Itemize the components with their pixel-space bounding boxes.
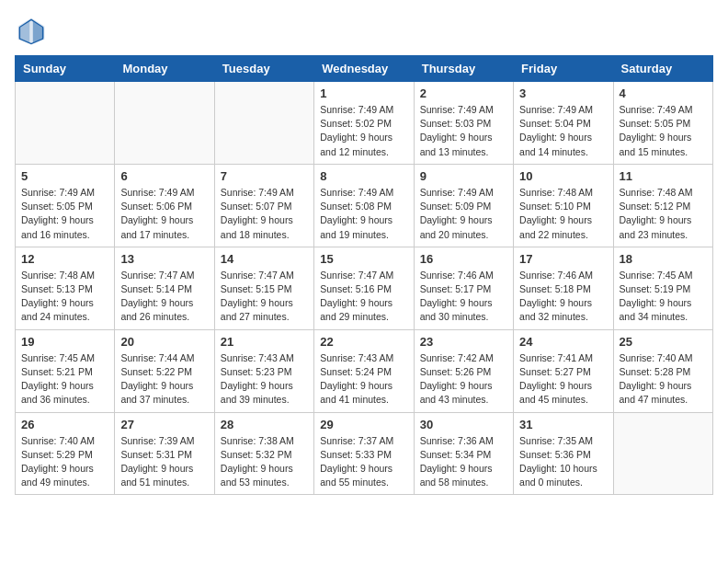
- weekday-header-wednesday: Wednesday: [314, 56, 414, 82]
- header: [15, 15, 713, 48]
- week-row-1: 1Sunrise: 7:49 AM Sunset: 5:02 PM Daylig…: [16, 82, 713, 165]
- calendar-cell-4-3: 21Sunrise: 7:43 AM Sunset: 5:23 PM Dayli…: [214, 329, 313, 412]
- day-info: Sunrise: 7:48 AM Sunset: 5:13 PM Dayligh…: [21, 269, 108, 325]
- day-number: 11: [620, 169, 707, 183]
- day-info: Sunrise: 7:49 AM Sunset: 5:05 PM Dayligh…: [620, 103, 707, 159]
- day-number: 27: [120, 418, 208, 431]
- day-number: 4: [620, 86, 707, 100]
- day-number: 30: [420, 418, 507, 431]
- day-info: Sunrise: 7:49 AM Sunset: 5:04 PM Dayligh…: [519, 103, 607, 159]
- day-number: 23: [420, 335, 507, 349]
- logo: [15, 15, 53, 48]
- calendar-cell-2-7: 11Sunrise: 7:48 AM Sunset: 5:12 PM Dayli…: [613, 164, 712, 247]
- calendar-cell-2-3: 7Sunrise: 7:49 AM Sunset: 5:07 PM Daylig…: [214, 164, 313, 247]
- day-info: Sunrise: 7:49 AM Sunset: 5:03 PM Dayligh…: [420, 103, 507, 159]
- calendar-cell-5-5: 30Sunrise: 7:36 AM Sunset: 5:34 PM Dayli…: [414, 412, 513, 495]
- calendar-cell-3-3: 14Sunrise: 7:47 AM Sunset: 5:15 PM Dayli…: [214, 247, 313, 329]
- calendar-cell-5-7: [613, 412, 712, 495]
- day-info: Sunrise: 7:47 AM Sunset: 5:14 PM Dayligh…: [120, 269, 208, 325]
- calendar-cell-5-4: 29Sunrise: 7:37 AM Sunset: 5:33 PM Dayli…: [314, 412, 414, 495]
- day-info: Sunrise: 7:49 AM Sunset: 5:07 PM Dayligh…: [221, 186, 308, 242]
- calendar-cell-1-6: 3Sunrise: 7:49 AM Sunset: 5:04 PM Daylig…: [514, 82, 613, 165]
- day-number: 25: [620, 335, 707, 349]
- day-info: Sunrise: 7:49 AM Sunset: 5:05 PM Dayligh…: [21, 186, 108, 242]
- day-number: 2: [420, 86, 507, 100]
- week-row-5: 26Sunrise: 7:40 AM Sunset: 5:29 PM Dayli…: [16, 412, 713, 495]
- day-info: Sunrise: 7:38 AM Sunset: 5:32 PM Dayligh…: [221, 434, 308, 490]
- day-info: Sunrise: 7:36 AM Sunset: 5:34 PM Dayligh…: [420, 434, 507, 490]
- day-number: 31: [519, 418, 607, 431]
- day-info: Sunrise: 7:47 AM Sunset: 5:15 PM Dayligh…: [221, 269, 308, 325]
- calendar-cell-1-7: 4Sunrise: 7:49 AM Sunset: 5:05 PM Daylig…: [613, 82, 712, 165]
- weekday-header-monday: Monday: [115, 56, 214, 82]
- day-number: 24: [519, 335, 607, 349]
- day-info: Sunrise: 7:41 AM Sunset: 5:27 PM Dayligh…: [519, 351, 607, 408]
- day-number: 8: [320, 169, 407, 183]
- day-info: Sunrise: 7:48 AM Sunset: 5:10 PM Dayligh…: [519, 186, 607, 242]
- day-info: Sunrise: 7:35 AM Sunset: 5:36 PM Dayligh…: [519, 434, 607, 490]
- day-info: Sunrise: 7:49 AM Sunset: 5:09 PM Dayligh…: [420, 186, 507, 242]
- day-number: 5: [21, 169, 108, 183]
- calendar-cell-5-2: 27Sunrise: 7:39 AM Sunset: 5:31 PM Dayli…: [115, 412, 214, 495]
- day-info: Sunrise: 7:47 AM Sunset: 5:16 PM Dayligh…: [320, 269, 407, 325]
- day-info: Sunrise: 7:39 AM Sunset: 5:31 PM Dayligh…: [120, 434, 208, 490]
- day-number: 20: [120, 335, 208, 349]
- day-number: 18: [620, 252, 707, 266]
- calendar-cell-4-1: 19Sunrise: 7:45 AM Sunset: 5:21 PM Dayli…: [16, 329, 115, 412]
- calendar-cell-1-3: [214, 82, 313, 165]
- day-number: 10: [519, 169, 607, 183]
- day-info: Sunrise: 7:37 AM Sunset: 5:33 PM Dayligh…: [320, 434, 407, 490]
- day-info: Sunrise: 7:46 AM Sunset: 5:18 PM Dayligh…: [519, 269, 607, 325]
- day-number: 9: [420, 169, 507, 183]
- weekday-header-saturday: Saturday: [613, 56, 712, 82]
- day-number: 6: [120, 169, 208, 183]
- week-row-4: 19Sunrise: 7:45 AM Sunset: 5:21 PM Dayli…: [16, 329, 713, 412]
- calendar: SundayMondayTuesdayWednesdayThursdayFrid…: [15, 55, 713, 495]
- calendar-cell-1-1: [16, 82, 115, 165]
- day-info: Sunrise: 7:46 AM Sunset: 5:17 PM Dayligh…: [420, 269, 507, 325]
- weekday-header-friday: Friday: [514, 56, 613, 82]
- day-number: 1: [320, 86, 407, 100]
- day-info: Sunrise: 7:42 AM Sunset: 5:26 PM Dayligh…: [420, 351, 507, 408]
- day-number: 7: [221, 169, 308, 183]
- calendar-cell-5-3: 28Sunrise: 7:38 AM Sunset: 5:32 PM Dayli…: [214, 412, 313, 495]
- calendar-cell-3-7: 18Sunrise: 7:45 AM Sunset: 5:19 PM Dayli…: [613, 247, 712, 329]
- day-number: 19: [21, 335, 108, 349]
- day-info: Sunrise: 7:43 AM Sunset: 5:24 PM Dayligh…: [320, 351, 407, 408]
- calendar-cell-2-4: 8Sunrise: 7:49 AM Sunset: 5:08 PM Daylig…: [314, 164, 414, 247]
- day-number: 17: [519, 252, 607, 266]
- day-number: 28: [221, 418, 308, 431]
- day-number: 14: [221, 252, 308, 266]
- day-number: 26: [21, 418, 108, 431]
- calendar-cell-3-6: 17Sunrise: 7:46 AM Sunset: 5:18 PM Dayli…: [514, 247, 613, 329]
- day-info: Sunrise: 7:40 AM Sunset: 5:28 PM Dayligh…: [620, 351, 707, 408]
- day-info: Sunrise: 7:43 AM Sunset: 5:23 PM Dayligh…: [221, 351, 308, 408]
- calendar-cell-1-2: [115, 82, 214, 165]
- day-number: 29: [320, 418, 407, 431]
- day-info: Sunrise: 7:44 AM Sunset: 5:22 PM Dayligh…: [120, 351, 208, 408]
- weekday-header-tuesday: Tuesday: [214, 56, 313, 82]
- day-info: Sunrise: 7:49 AM Sunset: 5:02 PM Dayligh…: [320, 103, 407, 159]
- day-number: 22: [320, 335, 407, 349]
- calendar-cell-1-4: 1Sunrise: 7:49 AM Sunset: 5:02 PM Daylig…: [314, 82, 414, 165]
- day-info: Sunrise: 7:45 AM Sunset: 5:19 PM Dayligh…: [620, 269, 707, 325]
- day-number: 21: [221, 335, 308, 349]
- calendar-cell-4-6: 24Sunrise: 7:41 AM Sunset: 5:27 PM Dayli…: [514, 329, 613, 412]
- calendar-cell-5-1: 26Sunrise: 7:40 AM Sunset: 5:29 PM Dayli…: [16, 412, 115, 495]
- day-info: Sunrise: 7:49 AM Sunset: 5:06 PM Dayligh…: [120, 186, 208, 242]
- calendar-cell-1-5: 2Sunrise: 7:49 AM Sunset: 5:03 PM Daylig…: [414, 82, 513, 165]
- calendar-cell-4-5: 23Sunrise: 7:42 AM Sunset: 5:26 PM Dayli…: [414, 329, 513, 412]
- calendar-cell-4-2: 20Sunrise: 7:44 AM Sunset: 5:22 PM Dayli…: [115, 329, 214, 412]
- calendar-cell-3-4: 15Sunrise: 7:47 AM Sunset: 5:16 PM Dayli…: [314, 247, 414, 329]
- day-info: Sunrise: 7:40 AM Sunset: 5:29 PM Dayligh…: [21, 434, 108, 490]
- calendar-cell-4-7: 25Sunrise: 7:40 AM Sunset: 5:28 PM Dayli…: [613, 329, 712, 412]
- logo-icon: [15, 15, 48, 48]
- week-row-2: 5Sunrise: 7:49 AM Sunset: 5:05 PM Daylig…: [16, 164, 713, 247]
- calendar-cell-3-2: 13Sunrise: 7:47 AM Sunset: 5:14 PM Dayli…: [115, 247, 214, 329]
- day-number: 12: [21, 252, 108, 266]
- calendar-cell-2-5: 9Sunrise: 7:49 AM Sunset: 5:09 PM Daylig…: [414, 164, 513, 247]
- calendar-cell-4-4: 22Sunrise: 7:43 AM Sunset: 5:24 PM Dayli…: [314, 329, 414, 412]
- day-info: Sunrise: 7:45 AM Sunset: 5:21 PM Dayligh…: [21, 351, 108, 408]
- calendar-cell-3-5: 16Sunrise: 7:46 AM Sunset: 5:17 PM Dayli…: [414, 247, 513, 329]
- weekday-header-thursday: Thursday: [414, 56, 513, 82]
